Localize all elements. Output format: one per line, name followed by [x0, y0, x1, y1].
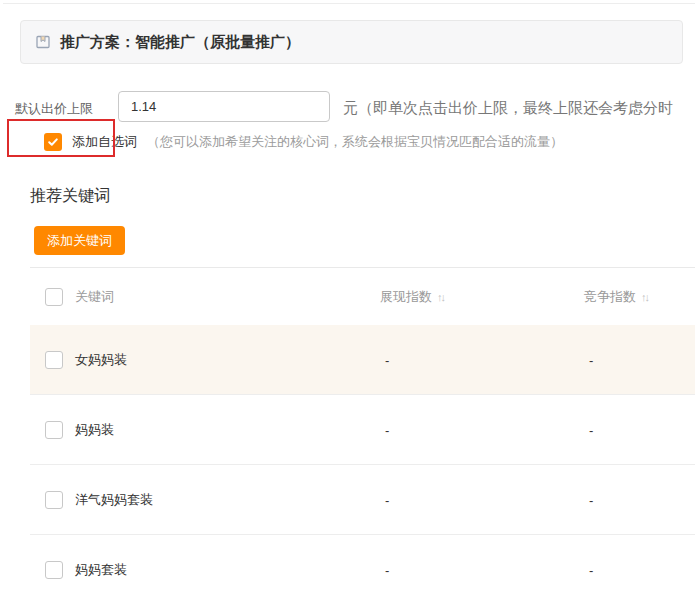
row-checkbox[interactable] — [45, 561, 63, 579]
impression-cell: - — [385, 492, 389, 507]
sort-icon[interactable]: ↑↓ — [641, 291, 648, 303]
select-all-checkbox[interactable] — [45, 288, 63, 306]
add-keyword-button[interactable]: 添加关键词 — [34, 226, 125, 255]
keyword-cell: 妈妈装 — [75, 421, 114, 439]
keyword-cell: 洋气妈妈套装 — [75, 491, 153, 509]
column-header-competition: 竞争指数↑↓ — [584, 288, 648, 306]
column-header-keyword: 关键词 — [75, 288, 114, 306]
plan-title: 推广方案：智能推广（原批量推广） — [60, 33, 300, 52]
custom-words-label: 添加自选词 — [72, 133, 137, 151]
table-header-row: 关键词 展现指数↑↓ 竞争指数↑↓ — [30, 268, 695, 325]
keyword-cell: 女妈妈装 — [75, 351, 127, 369]
row-checkbox[interactable] — [45, 491, 63, 509]
impression-cell: - — [385, 422, 389, 437]
recommended-keywords-title: 推荐关键词 — [30, 186, 110, 207]
keyword-table: 关键词 展现指数↑↓ 竞争指数↑↓ 女妈妈装 - - 妈妈装 - - 洋气妈妈套… — [30, 267, 695, 603]
bid-cap-label: 默认出价上限 — [15, 100, 93, 118]
competition-cell: - — [589, 563, 593, 578]
bid-unit-note: 元（即单次点击出价上限，最终上限还会考虑分时 — [343, 99, 673, 118]
custom-words-row: 添加自选词 （您可以添加希望关注的核心词，系统会根据宝贝情况匹配合适的流量） — [44, 133, 563, 151]
table-row: 妈妈装 - - — [30, 395, 695, 465]
sort-icon[interactable]: ↑↓ — [437, 291, 444, 303]
table-row: 洋气妈妈套装 - - — [30, 465, 695, 535]
bid-cap-input[interactable] — [118, 91, 330, 122]
plan-title-bar: 推广方案：智能推广（原批量推广） — [20, 20, 683, 64]
plan-icon — [35, 34, 51, 50]
custom-words-checkbox[interactable] — [44, 133, 62, 151]
competition-cell: - — [589, 352, 593, 367]
impression-cell: - — [385, 352, 389, 367]
table-row: 女妈妈装 - - — [30, 325, 695, 395]
table-row: 妈妈套装 - - — [30, 535, 695, 603]
keyword-cell: 妈妈套装 — [75, 561, 127, 579]
row-checkbox[interactable] — [45, 421, 63, 439]
custom-words-hint: （您可以添加希望关注的核心词，系统会根据宝贝情况匹配合适的流量） — [147, 133, 563, 151]
competition-cell: - — [589, 492, 593, 507]
row-checkbox[interactable] — [45, 351, 63, 369]
top-divider — [3, 3, 695, 4]
check-icon — [47, 136, 59, 148]
competition-cell: - — [589, 422, 593, 437]
impression-cell: - — [385, 563, 389, 578]
promotion-plan-page: 推广方案：智能推广（原批量推广） 默认出价上限 元（即单次点击出价上限，最终上限… — [0, 0, 695, 603]
column-header-impression: 展现指数↑↓ — [380, 288, 444, 306]
